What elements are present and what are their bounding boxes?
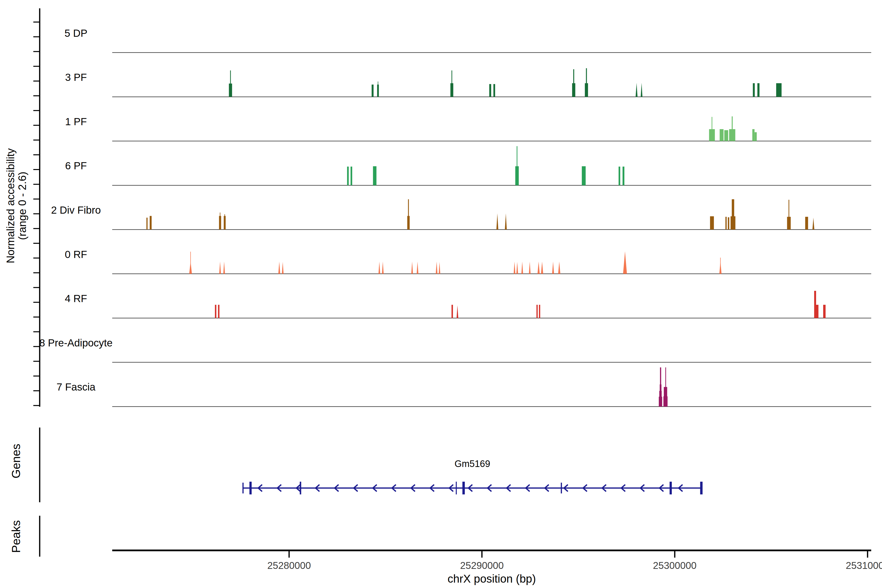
track-label-1-pf: 1 PF xyxy=(65,116,87,128)
peak xyxy=(720,129,723,141)
x-axis-tick-label: 25280000 xyxy=(267,560,311,571)
peak xyxy=(521,262,523,274)
peak-summit-spike xyxy=(711,117,712,141)
exon-mark xyxy=(456,482,457,494)
peak-summit-spike xyxy=(788,200,789,230)
peak xyxy=(558,262,560,274)
track-7-fascia: 7 Fascia xyxy=(57,368,871,407)
track-label-5-dp: 5 DP xyxy=(64,27,87,39)
track-label-6-pf: 6 PF xyxy=(65,160,87,171)
peak xyxy=(754,132,757,141)
track-6-pf: 6 PF xyxy=(65,146,871,186)
peak xyxy=(757,83,759,97)
exon-mark xyxy=(462,482,465,494)
exon-mark xyxy=(243,483,244,494)
peak xyxy=(150,216,152,230)
exon-mark xyxy=(300,482,301,494)
peak xyxy=(537,305,538,318)
peak xyxy=(710,216,714,230)
peak-summit-spike xyxy=(378,82,378,97)
peak xyxy=(753,83,755,97)
peak xyxy=(372,84,374,97)
peak xyxy=(812,218,814,230)
track-label-4-rf: 4 RF xyxy=(64,293,87,304)
peak xyxy=(823,305,826,318)
peak xyxy=(496,213,498,230)
peak xyxy=(623,251,627,274)
peak xyxy=(417,262,418,274)
peak xyxy=(452,305,453,318)
y-axis-label-line1: Normalized accessibility xyxy=(4,148,16,263)
x-axis-tick-label: 25310000 xyxy=(846,560,882,571)
track-2-div-fibro: 2 Div Fibro xyxy=(51,199,871,230)
peak xyxy=(726,217,727,230)
peak xyxy=(436,262,438,274)
exon-mark xyxy=(249,482,252,494)
track-label-3-pf: 3 PF xyxy=(65,72,87,83)
peak-summit-spike xyxy=(408,199,409,230)
peak xyxy=(539,305,540,318)
peak-summit-spike xyxy=(190,252,191,274)
peak-summit-spike xyxy=(230,70,231,97)
x-axis-tick-label: 25290000 xyxy=(460,560,504,571)
x-axis-line xyxy=(112,549,871,551)
track-3-pf: 3 PF xyxy=(65,68,871,97)
peak-summit-spike xyxy=(573,69,574,97)
peak xyxy=(529,262,531,274)
peak xyxy=(724,130,728,141)
exon-mark xyxy=(700,482,703,494)
track-label-7-fascia: 7 Fascia xyxy=(57,381,96,393)
peak xyxy=(816,305,819,318)
peak xyxy=(619,166,620,185)
peak xyxy=(660,368,661,407)
exon-mark xyxy=(561,483,562,494)
x-axis-title: chrX position (bp) xyxy=(448,572,536,585)
track-4-rf: 4 RF xyxy=(64,291,871,318)
peak-summit-spike xyxy=(732,199,734,230)
genes-axis-label: Genes xyxy=(9,444,22,478)
peak xyxy=(582,166,586,186)
peak-summit-spike xyxy=(452,70,452,97)
peak xyxy=(665,368,666,407)
x-axis-tick-label: 25300000 xyxy=(653,560,696,571)
peak xyxy=(147,218,148,230)
peak xyxy=(223,262,225,274)
peak xyxy=(640,83,642,97)
peak-summit-spike xyxy=(586,68,587,97)
peak xyxy=(505,213,507,230)
genome-browser-plot: Normalized accessibility (range 0 - 2.6)… xyxy=(0,0,882,588)
track-1-pf: 1 PF xyxy=(65,116,871,141)
track-label-8-pre-adipocyte: 8 Pre-Adipocyte xyxy=(39,337,113,349)
peak-summit-spike xyxy=(732,116,733,141)
peak xyxy=(728,218,729,230)
peak-summit-spike xyxy=(517,146,518,186)
peak xyxy=(814,291,816,318)
peak xyxy=(439,262,440,274)
exon-mark xyxy=(670,482,672,494)
peak xyxy=(373,166,376,186)
peak-summit-spike xyxy=(720,258,721,274)
peak xyxy=(282,262,284,274)
peak xyxy=(494,84,495,97)
peak xyxy=(411,262,413,274)
y-axis-label-line2: (range 0 - 2.6) xyxy=(16,172,28,240)
peak xyxy=(622,166,624,185)
peak xyxy=(215,305,216,318)
peak xyxy=(347,166,349,185)
peak xyxy=(776,83,782,97)
peak xyxy=(278,262,280,274)
gene-name-label: Gm5169 xyxy=(454,459,490,469)
peak xyxy=(552,262,554,274)
genome-browser-figure: Normalized accessibility (range 0 - 2.6)… xyxy=(0,0,882,588)
peak xyxy=(457,305,458,318)
peak xyxy=(382,262,384,274)
peak-summit-spike xyxy=(224,214,225,230)
track-8-pre-adipocyte: 8 Pre-Adipocyte xyxy=(39,337,871,362)
track-label-0-rf: 0 RF xyxy=(64,249,87,260)
peaks-axis-label: Peaks xyxy=(9,520,22,553)
track-label-2-div-fibro: 2 Div Fibro xyxy=(51,204,101,216)
peak xyxy=(378,262,380,274)
track-0-rf: 0 RF xyxy=(64,249,871,274)
peak xyxy=(537,262,540,274)
peak xyxy=(219,262,221,274)
